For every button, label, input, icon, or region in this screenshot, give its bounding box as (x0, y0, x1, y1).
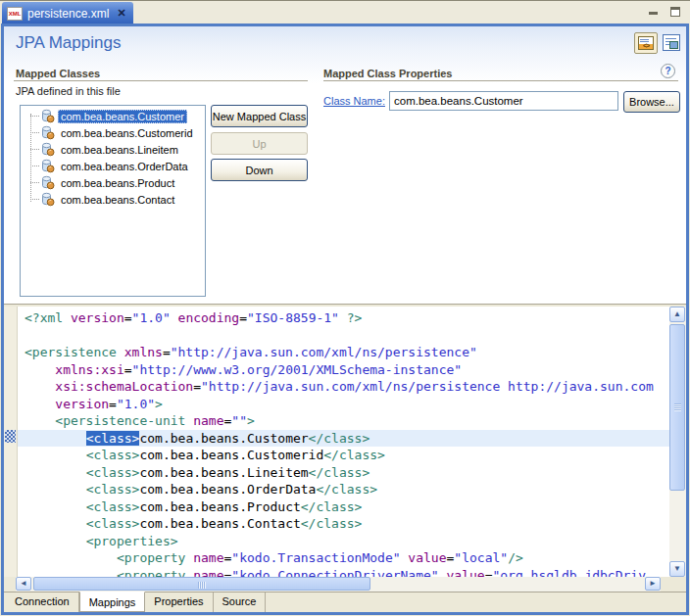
mapped-class-item[interactable]: com.bea.beans.Lineitem (21, 141, 205, 158)
scroll-up-icon[interactable]: ▲ (669, 307, 685, 322)
editor-tab-bar: XML persistence.xml ✕ (0, 0, 690, 24)
class-properties-heading: Mapped Class Properties (323, 68, 452, 79)
mapped-classes-tree: com.bea.beans.Customer com.bea.beans.Cus… (21, 106, 205, 208)
scroll-left-icon[interactable]: ◄ (16, 577, 31, 591)
code-line-current[interactable]: <class>com.bea.beans.Customer</class> (18, 430, 669, 448)
code-line[interactable]: <properties> (25, 533, 669, 550)
help-icon[interactable]: ? (661, 64, 675, 78)
mapped-classes-heading: Mapped Classes (16, 68, 100, 79)
maximize-icon[interactable] (670, 7, 680, 17)
code-line[interactable]: version="1.0"> (25, 396, 669, 413)
source-view-toggle-button[interactable] (634, 32, 658, 54)
current-line-marker-icon (5, 430, 16, 443)
mapped-classes-subheading: JPA defined in this file (16, 85, 121, 97)
code-line[interactable]: xmlns:xsi="http://www.w3.org/2001/XMLSch… (25, 361, 669, 379)
mapped-class-icon (40, 192, 55, 207)
view-controls (649, 7, 680, 17)
mapped-class-icon (40, 142, 55, 157)
mapped-class-item[interactable]: com.bea.beans.OrderData (21, 158, 205, 174)
form-toolbar (634, 32, 680, 54)
xml-source-pane: <?xml version="1.0" encoding="ISO-8859-1… (4, 307, 686, 577)
horizontal-scrollbar-row: ◄ ► (4, 577, 686, 592)
jpa-mappings-form: JPA Mappings Mapped Classes JPA defined … (4, 26, 686, 304)
mapped-class-icon (40, 125, 55, 140)
browse-button[interactable]: Browse... (623, 91, 680, 113)
vertical-scrollbar[interactable]: ▲ ▼ (669, 307, 686, 577)
vertical-scrollbar-thumb[interactable] (669, 324, 685, 491)
class-name-label[interactable]: Class Name: (323, 95, 385, 107)
mapped-class-icon (40, 159, 55, 173)
close-icon[interactable]: ✕ (117, 7, 125, 20)
mapped-classes-list[interactable]: com.bea.beans.Customer com.bea.beans.Cus… (20, 105, 206, 297)
code-line[interactable]: <class>com.bea.beans.OrderData</class> (25, 481, 669, 498)
mapped-class-icon (40, 175, 55, 190)
code-line[interactable]: <?xml version="1.0" encoding="ISO-8859-1… (25, 309, 669, 327)
code-line[interactable] (25, 327, 669, 345)
editor-tab-persistence-xml[interactable]: XML persistence.xml ✕ (2, 2, 133, 24)
annotation-ruler (4, 307, 18, 577)
mapped-class-item[interactable]: com.bea.beans.Contact (21, 191, 205, 208)
code-line[interactable]: <class>com.bea.beans.Lineitem</class> (25, 464, 669, 482)
down-button[interactable]: Down (211, 159, 308, 181)
mapped-class-item[interactable]: com.bea.beans.Customer (21, 108, 205, 124)
mapped-class-icon (40, 109, 55, 123)
tab-mappings[interactable]: Mappings (79, 592, 146, 612)
tab-properties[interactable]: Properties (145, 592, 213, 612)
editor-page-tabs: Connection Mappings Properties Source (4, 592, 686, 612)
code-line[interactable]: <persistence-unit name=""> (25, 412, 669, 430)
section-separator (323, 80, 678, 81)
mapped-class-item[interactable]: com.bea.beans.Product (21, 174, 205, 191)
code-line[interactable]: <persistence xmlns="http://java.sun.com/… (25, 344, 669, 361)
xml-file-icon: XML (7, 7, 23, 21)
code-line[interactable]: <class>com.bea.beans.Customerid</class> (25, 447, 669, 464)
code-line[interactable]: <class>com.bea.beans.Contact</class> (25, 515, 669, 533)
minimize-icon[interactable] (649, 7, 659, 16)
form-view-icon[interactable] (663, 34, 680, 51)
horizontal-scrollbar-thumb[interactable] (33, 577, 370, 591)
code-line[interactable]: xsi:schemaLocation="http://java.sun.com/… (25, 378, 669, 396)
section-separator (14, 80, 308, 81)
page-title: JPA Mappings (16, 33, 121, 53)
source-view-icon (638, 36, 654, 50)
class-name-input[interactable] (389, 91, 618, 111)
tab-source[interactable]: Source (214, 592, 267, 612)
horizontal-scrollbar[interactable]: ◄ ► (16, 577, 661, 592)
code-line[interactable]: <property name="kodo.ConnectionDriverNam… (25, 567, 669, 578)
code-line[interactable]: <class>com.bea.beans.Product</class> (25, 498, 669, 516)
up-button[interactable]: Up (211, 132, 308, 155)
xml-source-editor[interactable]: <?xml version="1.0" encoding="ISO-8859-1… (18, 307, 669, 577)
scroll-right-icon[interactable]: ► (645, 577, 661, 591)
editor-frame: JPA Mappings Mapped Classes JPA defined … (1, 24, 689, 615)
new-mapped-class-button[interactable]: New Mapped Class (211, 105, 308, 127)
code-line[interactable]: <property name="kodo.TransactionMode" va… (25, 549, 669, 567)
editor-tab-title: persistence.xml (27, 7, 109, 21)
tab-connection[interactable]: Connection (6, 592, 79, 612)
mapped-class-item[interactable]: com.bea.beans.Customerid (21, 124, 205, 141)
scroll-down-icon[interactable]: ▼ (669, 561, 685, 577)
